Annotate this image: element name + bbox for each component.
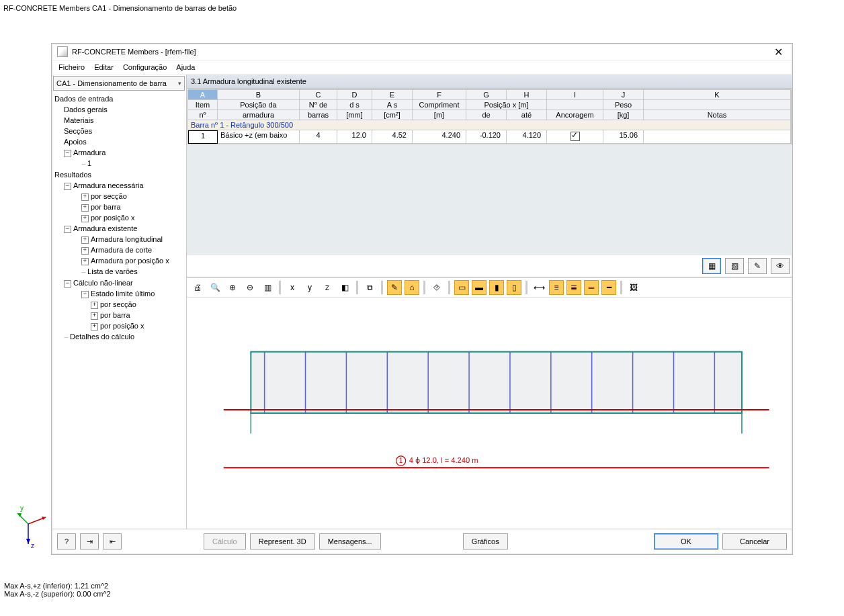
tb-axis-y-icon[interactable]: y	[302, 280, 317, 295]
tb-person-icon[interactable]: ⯑	[429, 280, 444, 295]
tb-tag-icon[interactable]: ⌂	[405, 280, 419, 295]
h-n2: barras	[300, 110, 337, 120]
case-combo[interactable]: CA1 - Dimensionamento de barra▾	[53, 76, 185, 91]
tree-exist-corte[interactable]: +Armadura de corte	[54, 245, 186, 255]
reinforcement-graphic[interactable]: 1 4 ϕ 12.0, l = 4.240 m	[189, 300, 790, 526]
cell-ate[interactable]: 4.120	[507, 130, 547, 144]
tb-view4-icon[interactable]: ▯	[507, 280, 521, 295]
tree-armadura-1[interactable]: ···· 1	[54, 158, 186, 169]
import-button[interactable]: ⇥	[80, 533, 99, 549]
results-table[interactable]: A B C D E F G H I J K Item Posição	[187, 89, 792, 144]
tree-apoios[interactable]: Apoios	[54, 136, 186, 147]
tool-view-selected[interactable]: ▦	[702, 258, 721, 274]
tb-bars3-icon[interactable]: ═	[584, 280, 599, 295]
tree-resultados[interactable]: Resultados	[54, 169, 186, 180]
cell-pos[interactable]: Básico +z (em baixo	[218, 130, 300, 144]
tree-seccoes[interactable]: Secções	[54, 126, 186, 136]
cell-n[interactable]: 4	[300, 130, 337, 144]
tb-view1-icon[interactable]: ▭	[454, 280, 469, 295]
cell-peso[interactable]: 15.06	[603, 130, 644, 144]
tb-dim-icon[interactable]: ⟷	[532, 280, 546, 295]
tree-elu[interactable]: −Estado limite último	[54, 288, 186, 299]
tool-eye[interactable]: 👁	[771, 258, 790, 274]
menu-ficheiro[interactable]: Ficheiro	[58, 63, 85, 71]
svg-text:4 ϕ 12.0, l = 4.240 m: 4 ϕ 12.0, l = 4.240 m	[409, 456, 478, 464]
menu-configuracao[interactable]: Configuração	[123, 63, 167, 71]
tree-dados-entrada[interactable]: Dados de entrada	[54, 93, 186, 104]
tb-zoom-in-icon[interactable]: ⊕	[225, 280, 240, 295]
tb-print-icon[interactable]: 🖨	[190, 280, 205, 295]
tb-view2-icon[interactable]: ▬	[472, 280, 487, 295]
tree-elu-barra[interactable]: +por barra	[54, 310, 186, 320]
close-icon[interactable]: ✕	[770, 46, 787, 58]
col-G[interactable]: G	[466, 90, 507, 100]
cell-anc[interactable]	[547, 130, 603, 144]
navigator-tree[interactable]: Dados de entrada Dados gerais Materiais …	[52, 92, 186, 529]
cell-item[interactable]: 1	[188, 130, 218, 144]
cell-as[interactable]: 4.52	[372, 130, 413, 144]
col-J[interactable]: J	[603, 90, 644, 100]
tb-iso-icon[interactable]: ◧	[337, 280, 352, 295]
col-C[interactable]: C	[300, 90, 337, 100]
col-D[interactable]: D	[337, 90, 372, 100]
cancel-button[interactable]: Cancelar	[722, 533, 787, 549]
tree-materiais[interactable]: Materiais	[54, 115, 186, 126]
tb-zoom-out-icon[interactable]: ⊖	[243, 280, 257, 295]
col-F[interactable]: F	[413, 90, 466, 100]
h-ds: d s	[337, 100, 372, 110]
tree-armadura[interactable]: −Armadura	[54, 147, 186, 158]
tb-copy-icon[interactable]: ⧉	[362, 280, 377, 295]
tree-necess-posx[interactable]: +por posição x	[54, 212, 186, 223]
col-A[interactable]: A	[188, 90, 218, 100]
cell-notas[interactable]	[644, 130, 791, 144]
cell-ds[interactable]: 12.0	[337, 130, 372, 144]
tree-necess-barra[interactable]: +por barra	[54, 202, 186, 212]
tb-bars2-icon[interactable]: ≣	[566, 280, 581, 295]
col-K[interactable]: K	[644, 90, 791, 100]
svg-text:z: z	[31, 542, 34, 549]
tb-image-icon[interactable]: 🖼	[626, 280, 641, 295]
table-group-row[interactable]: Barra nº 1 - Retângulo 300/500	[188, 120, 791, 130]
table-row[interactable]: 1 Básico +z (em baixo 4 12.0 4.52 4.240 …	[188, 130, 791, 144]
tb-find-icon[interactable]: 🔍	[208, 280, 222, 295]
menu-ajuda[interactable]: Ajuda	[176, 63, 195, 71]
tree-exist-long[interactable]: +Armadura longitudinal	[54, 234, 186, 245]
tree-elu-seccao[interactable]: +por secção	[54, 299, 186, 310]
tb-bars1-icon[interactable]: ≡	[549, 280, 564, 295]
tree-arm-existente[interactable]: −Armadura existente	[54, 223, 186, 234]
col-B[interactable]: B	[218, 90, 300, 100]
tb-edit-icon[interactable]: ✎	[387, 280, 402, 295]
cell-len[interactable]: 4.240	[413, 130, 466, 144]
calculo-button[interactable]: Cálculo	[204, 533, 246, 549]
tree-detalhes[interactable]: ···· Detalhes do cálculo	[54, 331, 186, 343]
tree-calc-nlin[interactable]: −Cálculo não-linear	[54, 277, 186, 288]
export-button[interactable]: ⇤	[103, 533, 122, 549]
mensagens-button[interactable]: Mensagens...	[319, 533, 381, 549]
tb-bars4-icon[interactable]: ━	[601, 280, 616, 295]
help-button[interactable]: ?	[57, 533, 76, 549]
tb-view3-icon[interactable]: ▮	[489, 280, 504, 295]
table-empty-area	[187, 145, 792, 255]
dialog-footer: ? ⇥ ⇤ Cálculo Represent. 3D Mensagens...…	[52, 529, 792, 554]
h-item: Item	[188, 100, 218, 110]
tb-axis-x-icon[interactable]: x	[285, 280, 300, 295]
tool-section[interactable]: ▧	[725, 258, 744, 274]
tree-arm-necessaria[interactable]: −Armadura necessária	[54, 180, 186, 191]
tb-axis-z-icon[interactable]: z	[320, 280, 335, 295]
col-I[interactable]: I	[547, 90, 603, 100]
tree-elu-posx[interactable]: +por posição x	[54, 320, 186, 331]
tb-view-icon[interactable]: ▥	[260, 280, 275, 295]
col-H[interactable]: H	[507, 90, 547, 100]
tree-exist-posx[interactable]: +Armadura por posição x	[54, 255, 186, 266]
graficos-button[interactable]: Gráficos	[463, 533, 508, 549]
tree-necess-seccao[interactable]: +por secção	[54, 191, 186, 202]
ok-button[interactable]: OK	[654, 533, 718, 549]
tree-lista-varoes[interactable]: ···· Lista de varões	[54, 266, 186, 277]
menu-editar[interactable]: Editar	[94, 63, 114, 71]
tool-pick[interactable]: ✎	[748, 258, 767, 274]
col-E[interactable]: E	[372, 90, 413, 100]
window-title: RF-CONCRETE Members - [rfem-file]	[72, 48, 770, 56]
tree-dados-gerais[interactable]: Dados gerais	[54, 104, 186, 115]
represent-3d-button[interactable]: Represent. 3D	[250, 533, 315, 549]
cell-de[interactable]: -0.120	[466, 130, 507, 144]
